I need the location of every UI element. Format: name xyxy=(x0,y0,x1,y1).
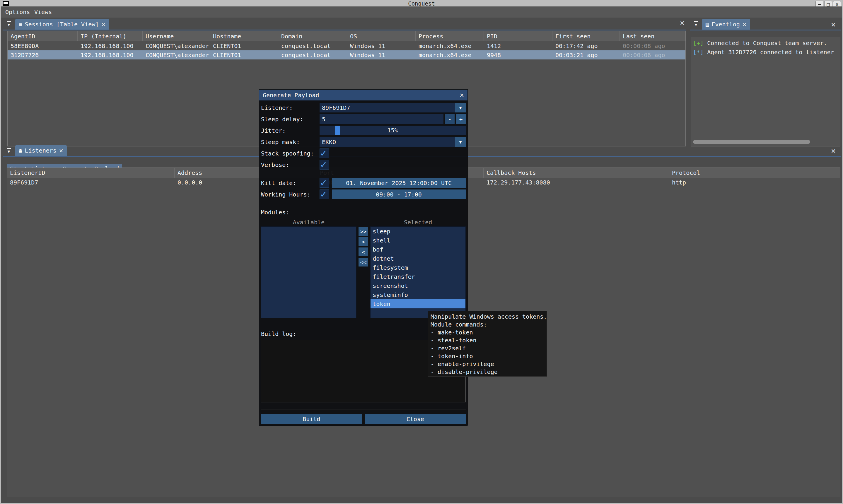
sessions-dock-close-icon[interactable]: × xyxy=(680,18,684,27)
listeners-collapse-button[interactable]: ▼ xyxy=(4,146,13,155)
build-button[interactable]: Build xyxy=(261,414,362,424)
selected-modules-list[interactable]: sleep shell bof dotnet filesystem filetr… xyxy=(370,227,466,318)
col-username[interactable]: Username xyxy=(143,31,210,41)
session-row-selected[interactable]: 312D7726 192.168.168.100 CONQUEST\alexan… xyxy=(7,50,685,59)
tab-eventlog-label: Eventlog xyxy=(712,21,740,28)
jitter-label: Jitter: xyxy=(261,127,320,134)
sessions-collapse-button[interactable]: ▼ xyxy=(4,19,13,28)
check-icon: ✓ xyxy=(320,158,326,170)
collapse-icon: ▼ xyxy=(7,23,10,26)
kill-date-picker-button[interactable]: 01. November 2025 12:00:00 UTC xyxy=(332,178,466,188)
sessions-table-header[interactable]: AgentID IP (Internal) Username Hostname … xyxy=(7,31,685,41)
listener-dropdown-icon[interactable]: ▼ xyxy=(455,103,466,112)
cell-pid: 1412 xyxy=(484,42,552,50)
move-one-left-button[interactable]: < xyxy=(359,248,368,256)
jitter-value: 15% xyxy=(320,127,466,134)
stack-spoofing-checkbox[interactable]: ✓ xyxy=(320,148,329,158)
cell-os: Windows 11 xyxy=(347,42,416,50)
col-domain[interactable]: Domain xyxy=(278,31,347,41)
cell-first-seen: 00:03:21 ago xyxy=(552,52,620,58)
working-hours-checkbox[interactable]: ✓ xyxy=(320,190,329,199)
module-item[interactable]: sleep xyxy=(371,227,465,236)
move-all-left-button[interactable]: << xyxy=(359,258,368,267)
eventlog-horizontal-scrollbar[interactable] xyxy=(693,140,810,144)
cell-hostname: CLIENT01 xyxy=(210,42,278,50)
check-icon: ✓ xyxy=(320,177,326,188)
listeners-dock-close-icon[interactable]: × xyxy=(831,146,836,155)
dialog-close-icon[interactable]: × xyxy=(460,91,464,99)
col-first-seen[interactable]: First seen xyxy=(552,31,620,41)
cell-domain: conquest.local xyxy=(278,52,347,58)
module-item[interactable]: filesystem xyxy=(371,263,465,272)
working-hours-picker-button[interactable]: 09:00 - 17:00 xyxy=(332,190,466,199)
col-listenerid[interactable]: ListenerID xyxy=(7,168,175,178)
collapse-icon: ▼ xyxy=(7,150,10,153)
session-row[interactable]: 58EE89DA 192.168.168.100 CONQUEST\alexan… xyxy=(7,41,685,50)
eventlog-entry: [+] Connected to Conquest team server. xyxy=(693,39,838,49)
sleep-mask-dropdown-icon[interactable]: ▼ xyxy=(455,137,466,147)
tab-sessions[interactable]: ≡ Sessions [Table View] × xyxy=(15,19,109,30)
module-item[interactable]: screenshot xyxy=(371,281,465,290)
col-agentid[interactable]: AgentID xyxy=(7,31,78,41)
eventlog-clipboard-icon: ▤ xyxy=(706,21,709,28)
cell-first-seen: 00:17:42 ago xyxy=(552,42,620,50)
col-process[interactable]: Process xyxy=(416,31,484,41)
sleep-delay-input[interactable]: 5 xyxy=(320,114,444,124)
module-item[interactable]: filetransfer xyxy=(371,272,465,281)
sleep-mask-select[interactable]: EKKO xyxy=(320,137,455,147)
eventlog-entry: [*] Agent 312D7726 connected to listener xyxy=(693,49,838,58)
dialog-titlebar[interactable]: Generate Payload × xyxy=(259,90,467,101)
module-item-highlighted[interactable]: token xyxy=(371,299,465,308)
cell-os: Windows 11 xyxy=(347,52,416,58)
col-pid[interactable]: PID xyxy=(484,31,552,41)
jitter-slider[interactable]: 15% xyxy=(320,126,466,135)
close-button[interactable]: Close xyxy=(365,414,466,424)
sleep-delay-plus-button[interactable]: + xyxy=(456,114,466,124)
dialog-body: Listener: 89F691D7 ▼ Sleep delay: 5 - + … xyxy=(259,101,467,426)
cell-username: CONQUEST\alexander xyxy=(143,52,210,58)
col-last-seen[interactable]: Last seen xyxy=(620,31,685,41)
tab-listeners-close-icon[interactable]: × xyxy=(59,148,63,154)
available-header: Available xyxy=(261,219,357,226)
module-item[interactable]: systeminfo xyxy=(371,290,465,299)
window-titlebar[interactable]: Conquest – □ × xyxy=(0,0,843,6)
menu-bar: Options Views xyxy=(1,6,842,18)
tab-listeners-label: Listeners xyxy=(24,147,56,154)
move-one-right-button[interactable]: > xyxy=(359,237,368,246)
col-os[interactable]: OS xyxy=(347,31,416,41)
sleep-delay-minus-button[interactable]: - xyxy=(445,114,454,124)
tab-eventlog[interactable]: ▤ Eventlog × xyxy=(702,19,750,30)
sessions-list-icon: ≡ xyxy=(19,21,22,28)
col-callback-hosts[interactable]: Callback Hosts xyxy=(484,168,669,178)
verbose-checkbox[interactable]: ✓ xyxy=(320,160,329,169)
col-hostname[interactable]: Hostname xyxy=(210,31,278,41)
move-all-right-button[interactable]: >> xyxy=(359,227,368,236)
cell-callback-hosts: 172.29.177.43:8080 xyxy=(484,179,669,186)
modules-label: Modules: xyxy=(261,209,466,216)
collapse-icon: ▼ xyxy=(695,23,697,26)
menu-options[interactable]: Options xyxy=(5,8,30,16)
cell-username: CONQUEST\alexander xyxy=(143,42,210,50)
tab-sessions-close-icon[interactable]: × xyxy=(101,21,105,27)
module-item[interactable]: shell xyxy=(371,236,465,245)
sleep-mask-label: Sleep mask: xyxy=(261,139,320,146)
module-item[interactable]: bof xyxy=(371,245,465,254)
tab-listeners[interactable]: ☎ Listeners × xyxy=(15,145,67,156)
check-icon: ✓ xyxy=(320,188,326,200)
divider xyxy=(261,174,466,174)
module-item[interactable]: dotnet xyxy=(371,254,465,263)
tooltip-line: - make-token xyxy=(431,329,544,337)
eventlog-dock-close-icon[interactable]: × xyxy=(831,20,836,29)
event-success-prefix: [+] xyxy=(693,39,703,47)
tab-eventlog-close-icon[interactable]: × xyxy=(742,21,747,27)
kill-date-checkbox[interactable]: ✓ xyxy=(320,178,329,188)
eventlog-output[interactable]: [+] Connected to Conquest team server. [… xyxy=(691,37,840,146)
cell-pid: 9948 xyxy=(484,52,552,58)
eventlog-collapse-button[interactable]: ▼ xyxy=(692,19,700,28)
available-modules-list[interactable] xyxy=(261,227,357,318)
col-ip-internal[interactable]: IP (Internal) xyxy=(78,31,143,41)
col-protocol[interactable]: Protocol xyxy=(669,168,840,178)
verbose-label: Verbose: xyxy=(261,161,320,168)
menu-views[interactable]: Views xyxy=(34,8,52,16)
listener-select[interactable]: 89F691D7 xyxy=(320,103,455,112)
